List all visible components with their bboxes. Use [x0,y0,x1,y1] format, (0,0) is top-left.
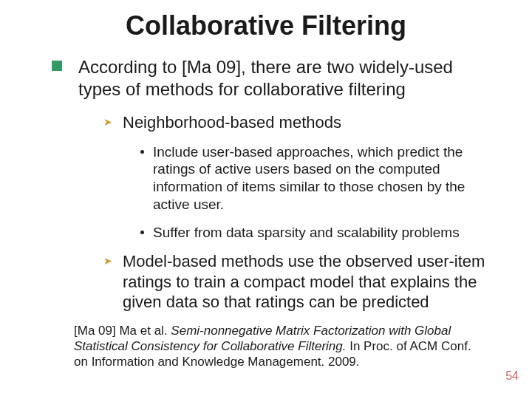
sub-list-2: ➤ Model-based methods use the observed u… [0,251,532,313]
sub-item-2-text: Model-based methods use the observed use… [123,251,488,313]
dot-item-2: Suffer from data sparsity and scalabilit… [140,224,488,242]
dot-icon [140,231,144,234]
sub-item-1: ➤ Neighborhood-based methods [103,112,488,133]
sub-item-2: ➤ Model-based methods use the observed u… [103,251,488,313]
chevron-icon: ➤ [103,255,112,267]
dot-item-1: Include user-based approaches, which pre… [140,143,488,214]
slide: Collaborative Filtering According to [Ma… [0,0,532,399]
sub-list: ➤ Neighborhood-based methods [0,112,532,133]
chevron-icon: ➤ [103,116,112,128]
reference: [Ma 09] Ma et al. Semi-nonnegative Matri… [0,323,532,370]
dot-icon [140,150,144,154]
ref-lead: [Ma 09] Ma et al. [74,324,171,338]
page-number: 54 [505,369,519,383]
sub-item-1-text: Neighborhood-based methods [123,112,341,133]
square-bullet-icon [52,61,62,71]
dot-item-1-text: Include user-based approaches, which pre… [153,143,488,214]
dot-list: Include user-based approaches, which pre… [0,143,532,242]
dot-item-2-text: Suffer from data sparsity and scalabilit… [153,224,460,242]
main-bullet-text: According to [Ma 09], there are two wide… [78,56,488,100]
main-bullet-row: According to [Ma 09], there are two wide… [0,56,532,100]
slide-title: Collaborative Filtering [0,0,532,46]
